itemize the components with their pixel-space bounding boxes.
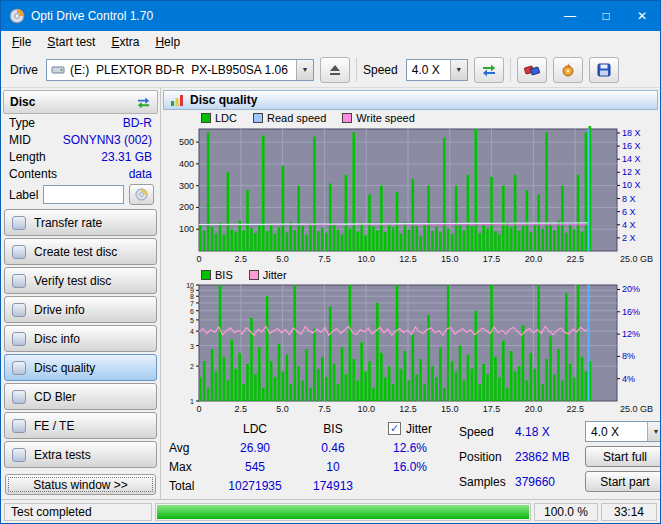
jitter-checkbox-row: ✓ Jitter [365, 422, 455, 436]
eraser-icon [524, 63, 540, 77]
sidebar-item-label: FE / TE [34, 419, 74, 433]
disc-header-label: Disc [10, 95, 35, 109]
save-button[interactable] [589, 57, 619, 83]
max-row-label: Max [169, 460, 209, 474]
menu-start-test[interactable]: Start test [39, 33, 103, 51]
chevron-down-icon[interactable]: ▼ [647, 422, 661, 442]
chevron-down-icon[interactable]: ▼ [296, 60, 313, 80]
progress-fill [157, 505, 529, 519]
legend-write-speed: Write speed [342, 112, 415, 124]
sidebar-item-label: Verify test disc [34, 274, 111, 288]
burn-disc-button[interactable] [553, 57, 583, 83]
svg-text:17.5: 17.5 [483, 254, 501, 264]
sidebar: Disc Type BD-R MID SONYNN3 (002) Length … [1, 88, 161, 499]
jitter-checkbox-label: Jitter [406, 422, 432, 436]
quality-speed-select[interactable]: 4.0 X ▼ [585, 421, 661, 442]
svg-text:20.0: 20.0 [525, 404, 543, 414]
ldc-swatch-icon [201, 113, 211, 123]
menu-extra[interactable]: Extra [103, 33, 147, 51]
sidebar-item-label: Drive info [34, 303, 85, 317]
svg-text:10 X: 10 X [622, 180, 641, 190]
start-full-button[interactable]: Start full [585, 446, 661, 467]
svg-text:7.5: 7.5 [318, 404, 331, 414]
minimize-button[interactable]: — [552, 1, 588, 31]
sidebar-item-fe-te[interactable]: FE / TE [4, 412, 157, 439]
fe-te-icon [12, 419, 26, 433]
menu-help[interactable]: Help [147, 33, 188, 51]
disc-label-button[interactable] [129, 184, 154, 205]
status-window-button[interactable]: Status window >> [5, 474, 156, 495]
eject-button[interactable] [320, 57, 350, 83]
window-title: Opti Drive Control 1.70 [31, 9, 552, 23]
status-text: Test completed [4, 503, 152, 521]
svg-text:2.5: 2.5 [235, 404, 248, 414]
svg-text:15.0: 15.0 [441, 254, 459, 264]
disc-info-icon [12, 332, 26, 346]
sidebar-item-cd-bler[interactable]: CD Bler [4, 383, 157, 410]
burn-icon [561, 63, 575, 77]
disc-mid-value: SONYNN3 (002) [63, 133, 152, 147]
menu-file[interactable]: File [4, 33, 39, 51]
save-icon [597, 63, 611, 77]
read-speed-swatch-icon [253, 113, 263, 123]
speed-stat-value: 4.18 X [515, 425, 581, 439]
app-icon [9, 8, 25, 24]
svg-text:100: 100 [179, 224, 194, 234]
refresh-icon [482, 63, 496, 77]
write-speed-swatch-icon [342, 113, 352, 123]
disc-quality-icon [12, 361, 26, 375]
avg-jitter-value: 12.6% [365, 441, 455, 455]
disc-label-input[interactable] [43, 185, 124, 204]
content: Disc Type BD-R MID SONYNN3 (002) Length … [1, 88, 660, 499]
samples-stat-value: 379660 [515, 475, 581, 489]
menubar: File Start test Extra Help [1, 31, 660, 52]
sidebar-item-transfer-rate[interactable]: Transfer rate [4, 209, 157, 236]
svg-text:4: 4 [190, 328, 194, 335]
disc-contents-label: Contents [9, 167, 57, 181]
cd-bler-icon [12, 390, 26, 404]
svg-text:22.5: 22.5 [566, 254, 584, 264]
drive-select[interactable]: (E:) PLEXTOR BD-R PX-LB950SA 1.06 ▼ [46, 59, 314, 81]
svg-text:0: 0 [196, 254, 201, 264]
total-bis-value: 174913 [301, 479, 365, 493]
sidebar-item-disc-quality[interactable]: Disc quality [4, 354, 157, 381]
bis-swatch-icon [201, 270, 211, 280]
close-button[interactable]: ✕ [624, 1, 660, 31]
svg-text:17.5: 17.5 [483, 404, 501, 414]
svg-text:2 X: 2 X [622, 233, 636, 243]
sidebar-item-label: Transfer rate [34, 216, 102, 230]
start-part-button[interactable]: Start part [585, 471, 661, 492]
svg-text:10.0: 10.0 [357, 404, 375, 414]
svg-text:10.0: 10.0 [357, 254, 375, 264]
maximize-button[interactable]: □ [588, 1, 624, 31]
svg-text:6 X: 6 X [622, 207, 636, 217]
sidebar-item-disc-info[interactable]: Disc info [4, 325, 157, 352]
disc-contents-value: data [129, 167, 152, 181]
erase-disc-button[interactable] [517, 57, 547, 83]
progress-bar [155, 503, 531, 521]
sidebar-item-create-test-disc[interactable]: Create test disc [4, 238, 157, 265]
svg-text:12%: 12% [622, 329, 640, 339]
ldc-chart: 02.55.07.510.012.515.017.520.022.525.0 G… [163, 126, 658, 267]
svg-text:5.0: 5.0 [276, 254, 289, 264]
chevron-down-icon[interactable]: ▼ [450, 60, 467, 80]
svg-text:14 X: 14 X [622, 154, 641, 164]
speed-select[interactable]: 4.0 X ▼ [406, 59, 468, 81]
sidebar-item-drive-info[interactable]: Drive info [4, 296, 157, 323]
sidebar-item-extra-tests[interactable]: Extra tests [4, 441, 157, 468]
jitter-swatch-icon [249, 270, 259, 280]
panel-title: Disc quality [190, 93, 257, 107]
svg-text:4 X: 4 X [622, 220, 636, 230]
eject-icon [329, 64, 341, 76]
legend-ldc: LDC [201, 112, 237, 124]
main-panel: Disc quality LDC Read speed Write speed … [161, 88, 660, 499]
speed-stat-label: Speed [459, 425, 511, 439]
sidebar-item-label: Disc info [34, 332, 80, 346]
sidebar-item-verify-test-disc[interactable]: Verify test disc [4, 267, 157, 294]
stats-area: LDC BIS ✓ Jitter Avg 26.90 0.46 12.6% Ma… [163, 416, 658, 497]
refresh-speeds-button[interactable] [474, 57, 504, 83]
jitter-checkbox[interactable]: ✓ [388, 422, 401, 435]
stats-table: LDC BIS ✓ Jitter Avg 26.90 0.46 12.6% Ma… [169, 419, 455, 495]
titlebar[interactable]: Opti Drive Control 1.70 — □ ✕ [1, 1, 660, 31]
refresh-disc-icon[interactable] [136, 96, 151, 109]
